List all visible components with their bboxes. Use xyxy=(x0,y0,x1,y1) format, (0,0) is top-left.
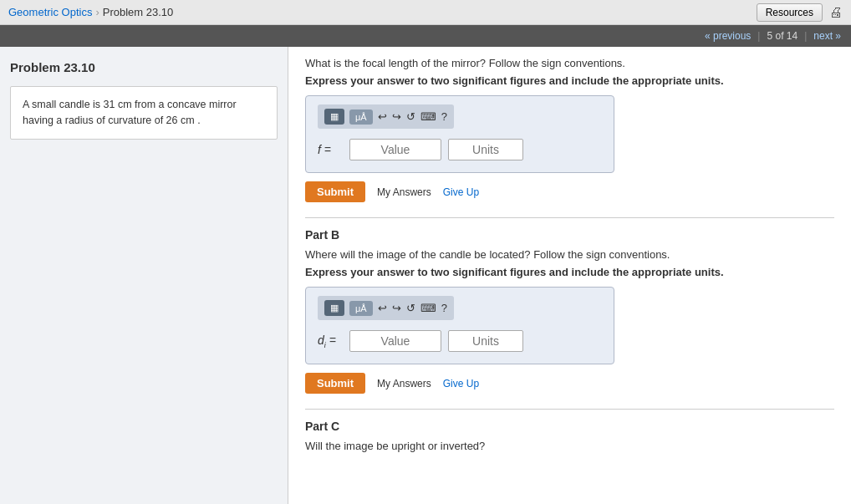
problem-text-box: A small candle is 31 cm from a concave m… xyxy=(10,86,278,140)
top-right-controls: Resources 🖨 xyxy=(757,3,843,22)
part-a-units-input[interactable] xyxy=(448,139,523,160)
redo-icon-a[interactable]: ↪ xyxy=(392,110,401,123)
part-b-divider xyxy=(305,217,834,218)
part-b-instruction: Express your answer to two significant f… xyxy=(305,266,834,278)
pipe-sep-1: | xyxy=(757,30,760,42)
undo-icon-b[interactable]: ↩ xyxy=(378,302,387,314)
part-b-answer-box: ▦ μÅ ↩ ↪ ↺ ⌨ ? di = xyxy=(305,287,614,364)
part-b-label: Part B xyxy=(305,228,834,242)
part-c-label: Part C xyxy=(305,420,834,433)
mu-label-b: μÅ xyxy=(355,303,367,313)
top-nav: Geometric Optics › Problem 23.10 Resourc… xyxy=(0,0,851,25)
help-icon-a[interactable]: ? xyxy=(441,110,447,123)
next-link[interactable]: next » xyxy=(813,30,841,42)
problem-text: A small candle is 31 cm from a concave m… xyxy=(23,99,237,126)
mu-button-a[interactable]: μÅ xyxy=(349,109,373,125)
page-info: 5 of 14 xyxy=(767,30,797,42)
breadcrumb-sep: › xyxy=(95,6,99,18)
part-b-question: Where will the image of the candle be lo… xyxy=(305,248,834,261)
part-b-submit-row: Submit My Answers Give Up xyxy=(305,373,834,394)
resources-button[interactable]: Resources xyxy=(757,3,823,22)
undo-icon-a[interactable]: ↩ xyxy=(378,110,387,123)
grid-icon-b: ▦ xyxy=(330,303,339,313)
breadcrumb-home[interactable]: Geometric Optics xyxy=(8,6,92,18)
mu-button-b[interactable]: μÅ xyxy=(349,301,373,316)
grid-button-a[interactable]: ▦ xyxy=(324,109,344,125)
part-b-units-input[interactable] xyxy=(448,330,523,352)
part-b-value-input[interactable] xyxy=(349,330,441,352)
part-a-answer-box: ▦ μÅ ↩ ↪ ↺ ⌨ ? f = xyxy=(305,95,614,173)
part-a-submit-button[interactable]: Submit xyxy=(305,181,365,202)
part-b-toolbar: ▦ μÅ ↩ ↪ ↺ ⌨ ? xyxy=(318,296,454,320)
part-b-d-label: d xyxy=(318,333,324,347)
grid-icon-a: ▦ xyxy=(330,111,339,122)
part-a-label: f = xyxy=(318,143,343,156)
part-a-submit-row: Submit My Answers Give Up xyxy=(305,181,834,202)
refresh-icon-b[interactable]: ↺ xyxy=(406,302,415,314)
breadcrumb-current: Problem 23.10 xyxy=(103,6,174,18)
part-c-question: Will the image be upright or inverted? xyxy=(305,440,834,452)
pipe-sep-2: | xyxy=(804,30,807,42)
part-a-input-row: f = xyxy=(318,139,602,160)
part-a-instruction: Express your answer to two significant f… xyxy=(305,74,834,87)
problem-title: Problem 23.10 xyxy=(10,60,278,74)
previous-link[interactable]: « previous xyxy=(705,30,751,42)
keyboard-icon-b[interactable]: ⌨ xyxy=(420,302,436,314)
mu-label-a: μÅ xyxy=(355,112,367,122)
main-layout: Problem 23.10 A small candle is 31 cm fr… xyxy=(0,47,851,504)
part-a-my-answers-link[interactable]: My Answers xyxy=(377,186,431,198)
part-a-value-input[interactable] xyxy=(349,139,441,160)
part-a-give-up-link[interactable]: Give Up xyxy=(443,186,479,198)
part-b-my-answers-link[interactable]: My Answers xyxy=(377,378,431,389)
keyboard-icon-a[interactable]: ⌨ xyxy=(420,110,436,123)
breadcrumb: Geometric Optics › Problem 23.10 xyxy=(8,6,173,18)
part-b-d-suffix: = xyxy=(326,333,336,347)
pagination-bar: « previous | 5 of 14 | next » xyxy=(0,25,851,47)
grid-button-b[interactable]: ▦ xyxy=(324,300,344,316)
part-b-give-up-link[interactable]: Give Up xyxy=(443,378,479,389)
part-b-input-row: di = xyxy=(318,330,602,352)
part-a-toolbar: ▦ μÅ ↩ ↪ ↺ ⌨ ? xyxy=(318,104,454,129)
help-icon-b[interactable]: ? xyxy=(441,302,447,314)
print-icon[interactable]: 🖨 xyxy=(829,5,843,20)
refresh-icon-a[interactable]: ↺ xyxy=(406,110,415,123)
part-a-question: What is the focal length of the mirror? … xyxy=(305,57,834,69)
part-c-divider xyxy=(305,409,834,410)
sidebar: Problem 23.10 A small candle is 31 cm fr… xyxy=(0,47,288,504)
part-b-label-eq: di = xyxy=(318,333,343,349)
content-area: What is the focal length of the mirror? … xyxy=(288,47,851,504)
redo-icon-b[interactable]: ↪ xyxy=(392,302,401,314)
part-b-submit-button[interactable]: Submit xyxy=(305,373,365,394)
